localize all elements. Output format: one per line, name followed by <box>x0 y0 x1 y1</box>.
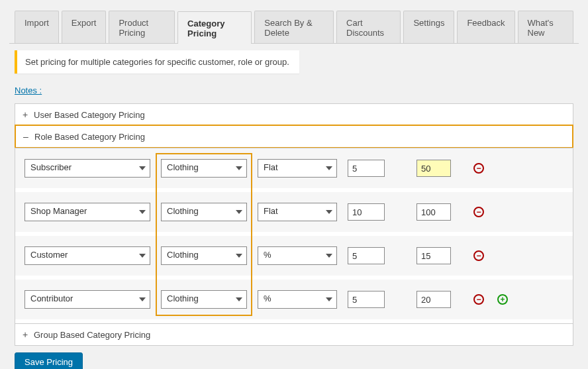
tab-what-s-new[interactable]: What's New <box>518 11 574 43</box>
tab-feedback[interactable]: Feedback <box>457 11 514 43</box>
qty-input[interactable] <box>348 160 385 177</box>
qty-input[interactable] <box>348 291 385 308</box>
chevron-down-icon <box>139 166 146 170</box>
chevron-down-icon <box>236 210 242 214</box>
type-select[interactable]: % <box>258 290 337 309</box>
chevron-down-icon <box>326 254 332 258</box>
qty-input[interactable] <box>348 247 385 264</box>
plus-icon: + <box>22 329 28 340</box>
category-select[interactable]: Clothing <box>161 246 247 265</box>
chevron-down-icon <box>326 297 332 301</box>
chevron-down-icon <box>139 210 146 214</box>
category-select[interactable]: Clothing <box>161 290 247 309</box>
tab-settings[interactable]: Settings <box>403 11 454 43</box>
role-select[interactable]: Customer <box>24 246 150 265</box>
type-select[interactable]: Flat <box>258 159 337 178</box>
notes-link[interactable]: Notes : <box>15 85 42 95</box>
accordion-title: Group Based Category Pricing <box>34 330 150 340</box>
plus-icon: + <box>22 109 28 120</box>
chevron-down-icon <box>326 210 332 214</box>
accordion-user[interactable]: + User Based Category Pricing <box>15 104 573 125</box>
tab-export[interactable]: Export <box>62 11 107 43</box>
role-select[interactable]: Contributor <box>24 290 150 309</box>
price-input[interactable] <box>416 203 451 221</box>
tab-product-pricing[interactable]: Product Pricing <box>109 11 175 43</box>
chevron-down-icon <box>236 166 242 170</box>
qty-input[interactable] <box>348 203 385 221</box>
save-pricing-button[interactable]: Save Pricing <box>15 352 83 369</box>
chevron-down-icon <box>139 254 146 258</box>
price-input[interactable] <box>416 160 451 177</box>
role-select[interactable]: Subscriber <box>24 159 150 178</box>
tab-cart-discounts[interactable]: Cart Discounts <box>336 11 401 43</box>
category-select[interactable]: Clothing <box>161 203 247 221</box>
notice-banner: Set pricing for multiple categories for … <box>15 50 299 74</box>
chevron-down-icon <box>236 297 242 301</box>
tab-search-by-delete[interactable]: Search By & Delete <box>254 11 334 43</box>
role-select[interactable]: Shop Manager <box>24 203 150 221</box>
remove-row-icon[interactable]: − <box>473 207 484 217</box>
pricing-row: SubscriberClothingFlat− <box>15 148 573 192</box>
tab-bar: ImportExportProduct PricingCategory Pric… <box>9 11 579 43</box>
accordion-container: + User Based Category Pricing – Role Bas… <box>15 103 573 346</box>
remove-row-icon[interactable]: − <box>473 294 484 305</box>
accordion-title: Role Based Category Pricing <box>34 132 145 142</box>
pricing-row: ContributorClothing%−+ <box>15 280 573 323</box>
chevron-down-icon <box>139 297 146 301</box>
category-select[interactable]: Clothing <box>161 159 247 178</box>
type-select[interactable]: Flat <box>258 203 337 221</box>
accordion-title: User Based Category Pricing <box>34 110 145 120</box>
remove-row-icon[interactable]: − <box>473 163 484 174</box>
tab-category-pricing[interactable]: Category Pricing <box>177 11 252 44</box>
remove-row-icon[interactable]: − <box>473 250 484 261</box>
role-rows-container: SubscriberClothingFlat−Shop ManagerCloth… <box>15 148 573 323</box>
price-input[interactable] <box>416 291 451 308</box>
tab-import[interactable]: Import <box>15 11 59 43</box>
chevron-down-icon <box>326 166 332 170</box>
type-select[interactable]: % <box>258 246 337 265</box>
add-row-icon[interactable]: + <box>497 294 508 305</box>
price-input[interactable] <box>416 247 451 264</box>
accordion-role[interactable]: – Role Based Category Pricing <box>15 125 573 148</box>
pricing-row: CustomerClothing%− <box>15 236 573 280</box>
pricing-row: Shop ManagerClothingFlat− <box>15 192 573 236</box>
minus-icon: – <box>23 131 29 142</box>
accordion-group[interactable]: + Group Based Category Pricing <box>15 323 573 345</box>
chevron-down-icon <box>236 254 242 258</box>
